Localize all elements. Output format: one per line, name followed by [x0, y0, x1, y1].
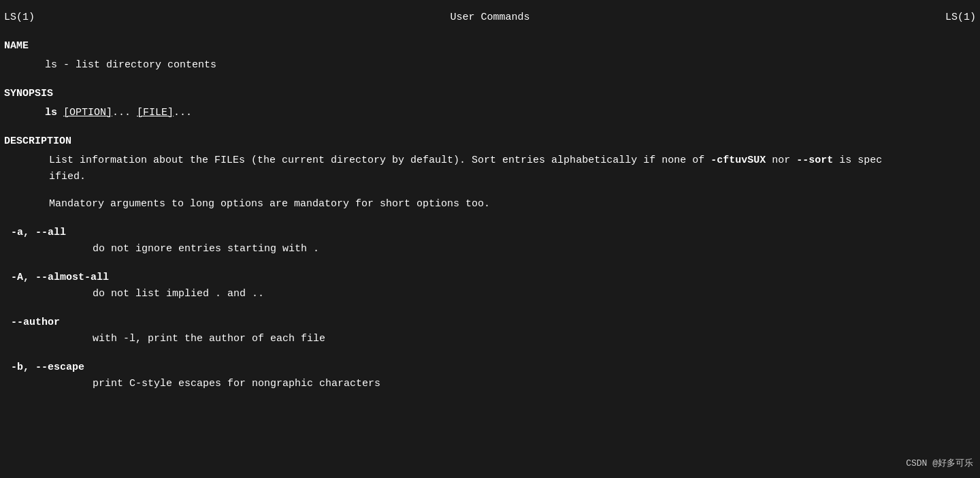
opt-author: --authorwith -l, print the author of eac… [0, 315, 980, 347]
desc-para1-bold1: -cftuvSUX [710, 155, 766, 166]
section-description: DESCRIPTION List information about the F… [0, 133, 980, 212]
synopsis-file-dots: ... [174, 107, 192, 118]
watermark: CSDN @好多可乐 [906, 457, 973, 471]
man-header: LS(1) User Commands LS(1) [0, 10, 980, 26]
opt-a-name: -a, --all [4, 225, 976, 241]
section-synopsis: SYNOPSIS ls [OPTION]... [FILE]... [0, 86, 980, 121]
section-name-content: ls - list directory contents [4, 57, 976, 74]
opt-a-desc: do not ignore entries starting with . [4, 241, 976, 257]
opt-b-name: -b, --escape [4, 360, 976, 376]
options-container: -a, --alldo not ignore entries starting … [0, 225, 980, 392]
synopsis-file: [FILE] [137, 107, 174, 118]
section-name-title: NAME [4, 38, 976, 54]
man-page: LS(1) User Commands LS(1) NAME ls - list… [0, 7, 980, 407]
opt-A-name: -A, --almost-all [4, 270, 976, 286]
section-name: NAME ls - list directory contents [0, 38, 980, 74]
desc-para1-cont: ified. [49, 171, 86, 182]
desc-para1-mid: nor [766, 155, 796, 166]
opt-A: -A, --almost-alldo not list implied . an… [0, 270, 980, 302]
opt-b: -b, --escapeprint C-style escapes for no… [0, 360, 980, 392]
desc-para1-end: is spec [833, 155, 882, 166]
header-left: LS(1) [4, 10, 35, 26]
opt-a: -a, --alldo not ignore entries starting … [0, 225, 980, 257]
header-center: User Commands [35, 10, 945, 26]
desc-para1-main: List information about the FILEs (the cu… [49, 155, 710, 166]
opt-author-desc: with -l, print the author of each file [4, 331, 976, 347]
synopsis-line: ls [OPTION]... [FILE]... [4, 105, 976, 121]
synopsis-option: [OPTION] [63, 107, 112, 118]
section-synopsis-title: SYNOPSIS [4, 86, 976, 102]
desc-para1-bold2: --sort [796, 155, 833, 166]
opt-author-name: --author [4, 315, 976, 331]
opt-A-desc: do not list implied . and .. [4, 286, 976, 302]
synopsis-command: ls [45, 107, 57, 118]
header-right: LS(1) [945, 10, 976, 26]
synopsis-option-dots: ... [112, 107, 137, 118]
opt-b-desc: print C-style escapes for nongraphic cha… [4, 376, 976, 392]
description-para1: List information about the FILEs (the cu… [4, 153, 976, 185]
section-description-title: DESCRIPTION [4, 133, 976, 150]
description-para2: Mandatory arguments to long options are … [4, 196, 976, 212]
